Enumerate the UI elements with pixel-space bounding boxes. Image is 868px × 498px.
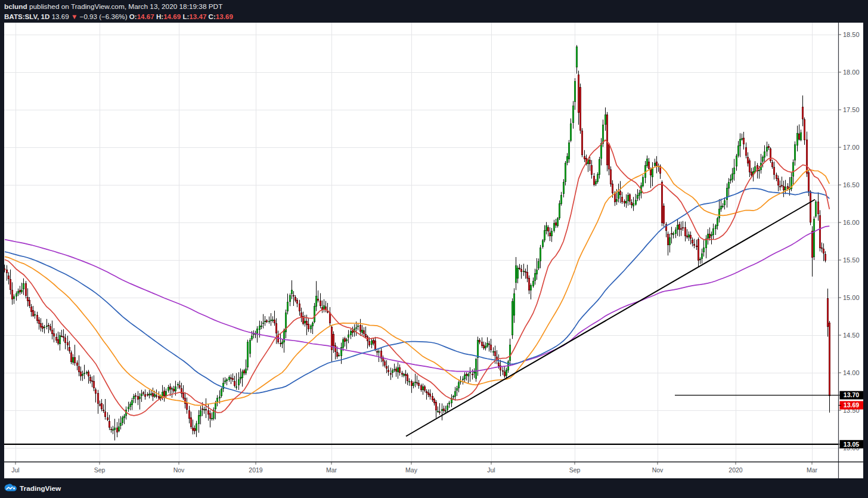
- svg-text:13.70: 13.70: [844, 391, 859, 398]
- svg-text:Nov: Nov: [652, 466, 664, 474]
- svg-text:17.00: 17.00: [843, 144, 860, 151]
- svg-text:13.05: 13.05: [844, 441, 859, 448]
- svg-text:16.00: 16.00: [843, 219, 860, 226]
- svg-text:Jul: Jul: [11, 466, 19, 474]
- svg-text:2020: 2020: [728, 466, 743, 474]
- svg-text:2019: 2019: [249, 466, 263, 474]
- svg-text:17.50: 17.50: [843, 106, 860, 113]
- svg-text:Nov: Nov: [173, 466, 185, 474]
- svg-text:Mar: Mar: [807, 466, 818, 474]
- svg-text:14.50: 14.50: [843, 332, 860, 339]
- svg-text:14.00: 14.00: [843, 369, 860, 376]
- svg-text:15.50: 15.50: [843, 256, 860, 264]
- svg-text:13.69: 13.69: [844, 401, 859, 409]
- svg-text:16.50: 16.50: [843, 181, 860, 188]
- svg-text:15.00: 15.00: [843, 294, 860, 301]
- svg-text:May: May: [405, 466, 418, 474]
- svg-text:18.00: 18.00: [843, 69, 860, 76]
- svg-text:18.50: 18.50: [843, 31, 860, 38]
- svg-text:Sep: Sep: [94, 466, 106, 474]
- svg-text:Jul: Jul: [487, 466, 495, 474]
- svg-text:Sep: Sep: [569, 466, 581, 474]
- svg-text:Mar: Mar: [326, 466, 337, 474]
